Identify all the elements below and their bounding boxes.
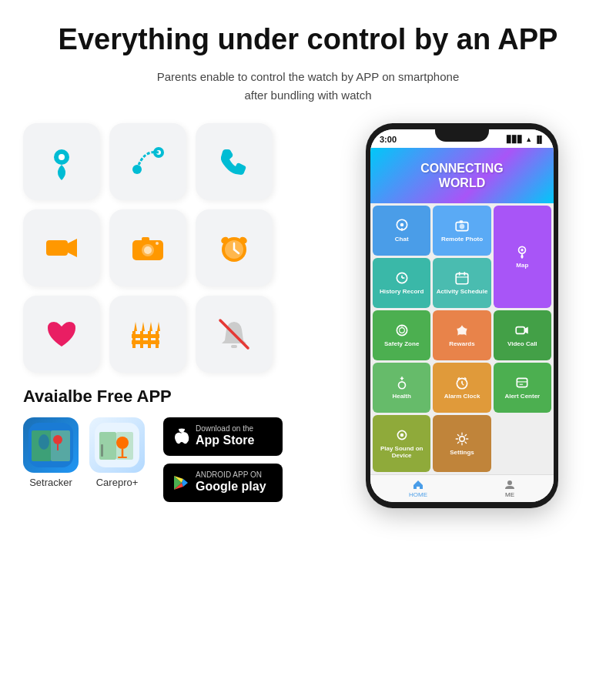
phone-status-bar: 3:00 ▊▊▊ ▲ ▐▌ [370, 129, 554, 148]
left-panel: Avaialbe Free APP Setracke [23, 123, 316, 508]
phone-app-history[interactable]: History Record [373, 258, 430, 308]
svg-rect-65 [517, 327, 525, 334]
google-play-badge[interactable]: ANDROID APP ON Google play [163, 464, 283, 502]
phone-app-settings[interactable]: Settings [433, 415, 490, 472]
svg-rect-22 [132, 334, 159, 338]
main-title: Everything under control by an APP [59, 23, 558, 57]
play-sound-icon [394, 427, 410, 443]
setracker-app: Setracker [23, 417, 79, 488]
phone-notch [435, 129, 489, 142]
phone-app-video-call[interactable]: Video Call [494, 310, 551, 360]
svg-point-80 [460, 436, 465, 441]
rewards-icon [454, 323, 470, 338]
google-play-top: ANDROID APP ON [196, 471, 266, 479]
svg-point-1 [59, 154, 65, 160]
available-label: Avaialbe Free APP [23, 387, 316, 407]
svg-point-48 [400, 223, 403, 226]
health-label: Health [392, 393, 410, 400]
safety-zone-icon [394, 323, 410, 338]
app-row: Setracker [23, 417, 316, 502]
icon-cell-bell-off [196, 296, 273, 373]
heart-icon [42, 314, 82, 354]
svg-rect-58 [456, 274, 468, 284]
setracker-map-icon [28, 423, 73, 467]
phone-app-chat[interactable]: Chat [373, 206, 430, 256]
svg-rect-19 [140, 331, 143, 348]
health-icon [394, 375, 410, 390]
phone-header-title: CONNECTINGWORLD [420, 161, 504, 190]
phone-app-rewards[interactable]: Rewards [433, 310, 490, 360]
app-store-main: App Store [196, 433, 254, 447]
app-store-top: Download on the [196, 425, 254, 433]
phone-time: 3:00 [380, 135, 397, 144]
bell-off-icon [214, 314, 254, 354]
phone-app-safety[interactable]: Safety Zone [373, 310, 430, 360]
video-camera-icon [42, 228, 82, 268]
route-icon [128, 142, 168, 182]
icon-cell-alarm [196, 209, 273, 286]
phone-app-remote-photo[interactable]: Remote Photo [433, 206, 490, 256]
alert-center-label: Alert Center [504, 393, 540, 400]
carepro-app: Carepro+ [89, 417, 145, 488]
video-call-icon [514, 323, 530, 338]
phone-nav-home[interactable]: HOME [409, 479, 427, 498]
icon-cell-phone [196, 123, 273, 200]
phone-app-map[interactable]: Map [494, 206, 551, 308]
icon-cell-video [23, 209, 100, 286]
phone-app-play-sound[interactable]: Play Sound on Device [373, 415, 430, 472]
icon-cell-camera [109, 209, 186, 286]
svg-point-39 [116, 437, 129, 449]
svg-point-11 [156, 242, 159, 245]
svg-rect-75 [517, 379, 527, 387]
home-icon [413, 479, 424, 490]
safety-zone-label: Safety Zone [384, 340, 419, 347]
home-nav-label: HOME [409, 491, 427, 498]
activity-label: Activity Schedule [437, 288, 488, 295]
svg-point-67 [398, 382, 405, 389]
phone-status-icons: ▊▊▊ ▲ ▐▌ [507, 136, 544, 143]
icon-cell-route [109, 123, 186, 200]
svg-rect-23 [132, 340, 159, 344]
phone-header: CONNECTINGWORLD [370, 148, 554, 203]
phone-nav-bar: HOME ME [370, 474, 554, 502]
phone-app-alert[interactable]: Alert Center [494, 363, 551, 413]
fence-icon [128, 314, 168, 354]
phone-icon [214, 142, 254, 182]
icon-grid [23, 123, 316, 373]
svg-point-79 [400, 434, 403, 437]
svg-rect-32 [51, 430, 70, 461]
remote-photo-icon [454, 218, 470, 233]
google-play-icon [172, 474, 189, 491]
svg-marker-25 [142, 322, 145, 331]
phone-app-health[interactable]: Health [373, 363, 430, 413]
svg-point-51 [460, 224, 465, 229]
setracker-logo [23, 417, 79, 473]
phone-app-alarm[interactable]: Alarm Clock [433, 363, 490, 413]
svg-line-72 [462, 383, 464, 385]
phone-app-activity[interactable]: Activity Schedule [433, 258, 490, 308]
app-store-badge[interactable]: Download on the App Store [163, 417, 283, 456]
carepro-logo [89, 417, 145, 473]
carepro-map-icon [95, 423, 139, 467]
phone-mockup: 3:00 ▊▊▊ ▲ ▐▌ CONNECTINGWORLD [366, 123, 558, 508]
phone-screen: 3:00 ▊▊▊ ▲ ▐▌ CONNECTINGWORLD [370, 129, 554, 502]
alarm-clock-icon [214, 228, 254, 268]
svg-rect-28 [231, 345, 237, 348]
svg-point-33 [38, 434, 49, 450]
location-pin-icon [42, 142, 82, 182]
svg-marker-24 [134, 322, 137, 331]
camera-icon [128, 228, 168, 268]
svg-rect-52 [460, 221, 463, 223]
content-row: Avaialbe Free APP Setracke [23, 123, 593, 508]
setracker-label: Setracker [29, 477, 72, 488]
svg-rect-5 [46, 240, 68, 256]
svg-marker-27 [157, 322, 160, 331]
svg-rect-18 [132, 331, 136, 348]
chat-label: Chat [395, 236, 409, 243]
map-label: Map [516, 262, 528, 269]
video-call-label: Video Call [507, 340, 537, 347]
phone-nav-me[interactable]: ME [504, 479, 515, 498]
icon-cell-location [23, 123, 100, 200]
google-play-text: ANDROID APP ON Google play [196, 471, 266, 494]
settings-label: Settings [450, 449, 474, 456]
